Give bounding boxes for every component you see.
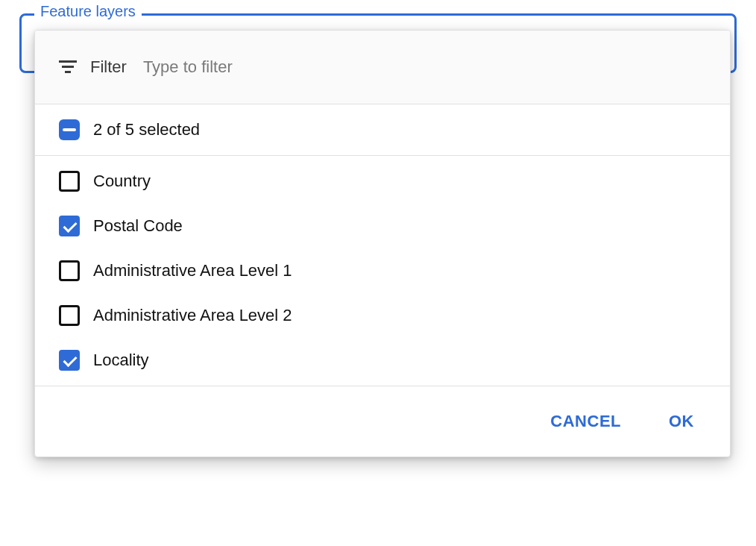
checkbox-icon (59, 350, 80, 371)
selection-summary: 2 of 5 selected (93, 120, 200, 139)
cancel-button[interactable]: CANCEL (544, 407, 627, 436)
filter-icon (59, 60, 77, 74)
options-list: Country Postal Code Administrative Area … (35, 156, 730, 386)
option-admin-area-1[interactable]: Administrative Area Level 1 (59, 260, 706, 281)
option-label: Country (93, 172, 151, 191)
filter-label: Filter (90, 57, 127, 77)
option-label: Administrative Area Level 1 (93, 261, 292, 280)
svg-rect-1 (62, 66, 74, 68)
svg-rect-0 (59, 60, 77, 63)
checkbox-icon (59, 216, 80, 236)
svg-rect-2 (65, 71, 71, 73)
filter-input[interactable] (143, 57, 709, 77)
dialog-actions: CANCEL OK (35, 386, 730, 456)
option-locality[interactable]: Locality (59, 350, 706, 371)
option-label: Postal Code (93, 216, 183, 236)
select-all-row[interactable]: 2 of 5 selected (35, 104, 730, 156)
indeterminate-checkbox-icon (59, 119, 80, 140)
option-label: Locality (93, 351, 149, 370)
option-country[interactable]: Country (59, 171, 706, 192)
checkbox-icon (59, 171, 80, 192)
option-postal-code[interactable]: Postal Code (59, 216, 706, 236)
feature-layers-dropdown: Filter 2 of 5 selected Country Postal Co… (34, 30, 731, 457)
checkbox-icon (59, 305, 80, 326)
ok-button[interactable]: OK (663, 407, 700, 436)
checkbox-icon (59, 260, 80, 281)
option-label: Administrative Area Level 2 (93, 306, 292, 325)
filter-bar: Filter (35, 31, 730, 104)
option-admin-area-2[interactable]: Administrative Area Level 2 (59, 305, 706, 326)
feature-layers-legend: Feature layers (34, 3, 142, 20)
